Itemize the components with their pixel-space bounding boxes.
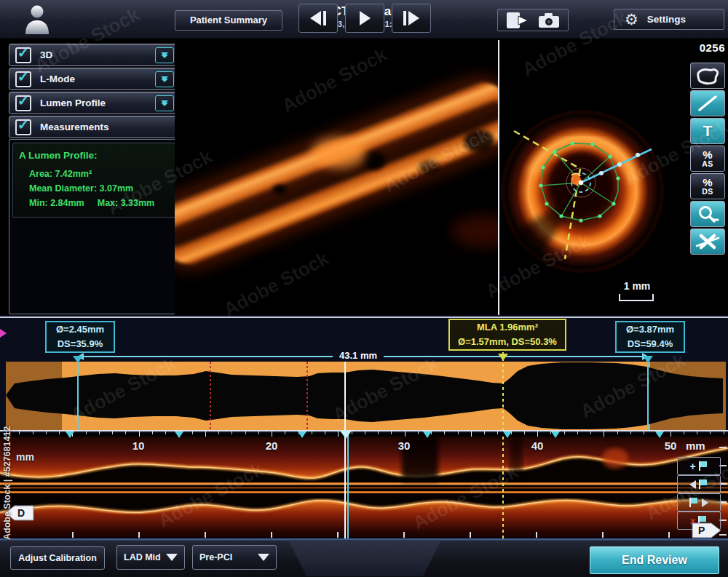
bookmark-triangle[interactable] [423,431,432,438]
bookmark-triangle[interactable] [503,431,512,438]
measurement-area: Area: 7.42mm² [29,168,169,180]
toggle-row-lumen-profile[interactable]: Lumen Profile [9,92,179,114]
proximal-marker-line[interactable] [77,358,79,431]
checkbox-3d[interactable] [15,47,31,63]
percent-as-glyph: % [703,150,712,160]
flag-icon [699,461,708,471]
mla-area: MLA 1.96mm² [450,320,565,335]
phase-dropdown[interactable]: Pre-PCI [192,545,277,570]
lmode-tick [271,532,272,538]
vessel-dim-area [451,215,498,248]
adjust-calibration-label: Adjust Calibration [18,553,97,563]
proximal-marker-label[interactable]: Ø=2.45mm DS=35.9% [45,321,115,353]
lmode-tick [470,532,471,538]
distal-marker-label[interactable]: Ø=3.87mm DS=59.4% [615,321,685,353]
lmode-tick [72,532,74,538]
settings-button[interactable]: Settings [614,9,724,30]
chevron-down-icon [258,554,269,561]
adjust-calibration-button[interactable]: Adjust Calibration [10,546,105,570]
checkbox-lmode[interactable] [15,71,31,87]
patient-summary-button[interactable]: Patient Summary [175,10,282,31]
export-icon[interactable] [505,11,530,30]
ruler-number: 50 [665,439,677,452]
playback-controls [288,540,441,576]
expand-chevron-icon[interactable] [155,95,174,111]
add-bookmark-button[interactable]: + [677,457,721,475]
text-tool-glyph: T [703,122,713,140]
percent-area-stenosis-button[interactable]: % AS [690,146,725,172]
watermark-pointer [0,329,7,338]
mla-marker-line[interactable] [502,352,504,431]
cross-section-oct-view[interactable] [499,40,687,315]
percent-ds-glyph: % [703,178,712,188]
current-frame-line[interactable] [344,362,346,538]
flag-icon [689,498,699,507]
ruler-unit-label: mm [686,439,705,452]
left-axis-unit-label: mm [16,451,34,463]
trace-tool-button[interactable] [690,63,725,89]
lumen-hole [363,152,385,170]
bookmark-triangle[interactable] [655,431,664,438]
step-back-icon [310,11,321,25]
arrow-left-icon [689,480,696,489]
flag-icon [699,479,708,489]
phase-value: Pre-PCI [199,552,232,562]
toggle-label: 3D [40,49,155,60]
lmode-tick [337,532,339,538]
checkbox-lumen-profile[interactable] [15,95,31,111]
longitudinal-oct-view[interactable] [175,40,498,315]
step-forward-icon [408,11,419,25]
bookmark-triangle[interactable] [298,431,306,438]
frame-number: 0256 [683,41,725,54]
previous-bookmark-button[interactable] [677,475,721,493]
gear-icon [625,11,638,28]
distal-marker-line[interactable] [647,358,649,431]
vessel-segment-dropdown[interactable]: LAD Mid [116,545,185,570]
step-forward-button[interactable] [392,4,431,33]
expand-chevron-icon[interactable] [155,47,174,63]
toggle-row-lmode[interactable]: L-Mode [9,68,179,90]
landmark-line-red [306,362,308,431]
proximal-end-marker[interactable]: P [692,521,722,540]
mla-marker-line-lmode[interactable] [502,437,504,538]
expand-chevron-icon[interactable] [155,71,174,87]
zoom-out-tool-button[interactable] [690,201,725,227]
distal-end-marker[interactable]: D [4,504,34,522]
percent-diameter-stenosis-button[interactable]: % DS [690,173,725,199]
end-review-button[interactable]: End Review [590,546,719,574]
delete-icon [694,231,721,252]
distal-diameter: Ø=3.87mm [617,322,684,337]
ruler-number: 10 [132,439,145,452]
scale-bar [619,294,654,301]
checkbox-measurements[interactable] [15,119,31,135]
bookmark-triangle[interactable] [66,431,74,438]
vessel-segment-value: LAD Mid [124,552,161,562]
text-tool-button[interactable]: T [690,118,725,144]
current-frame-marker-triangle[interactable] [340,431,352,439]
lmode-tick [403,532,405,538]
line-tool-button[interactable] [690,90,725,116]
play-button[interactable] [345,4,384,33]
lmode-tick [602,532,604,538]
lmode-tick [205,532,206,538]
lumen-profile-plot[interactable] [0,362,728,431]
lmode-view[interactable] [0,437,728,538]
measurement-title: A Lumen Profile: [19,150,169,161]
top-actions-group [497,9,569,31]
step-back-button[interactable] [298,4,338,33]
current-frame-line-lmode[interactable] [347,432,349,538]
mla-marker-label[interactable]: MLA 1.96mm² Ø=1.57mm, DS=50.3% [448,319,566,351]
bookmark-triangle[interactable] [175,431,183,438]
bookmark-triangle[interactable] [551,431,560,438]
toggle-row-measurements[interactable]: Measurements [9,116,179,138]
lmode-render [0,437,728,538]
delete-measurement-tool-button[interactable] [690,228,725,255]
vessel-lumen-render [175,98,498,250]
camera-icon[interactable] [537,12,561,29]
measurement-mean-diameter: Mean Diameter: 3.07mm [29,183,169,195]
zoom-out-icon [695,204,721,224]
toggle-row-3d[interactable]: 3D [9,44,179,66]
patient-avatar-icon[interactable] [20,4,54,36]
next-bookmark-button[interactable] [677,493,721,512]
arrow-right-icon [702,498,708,507]
